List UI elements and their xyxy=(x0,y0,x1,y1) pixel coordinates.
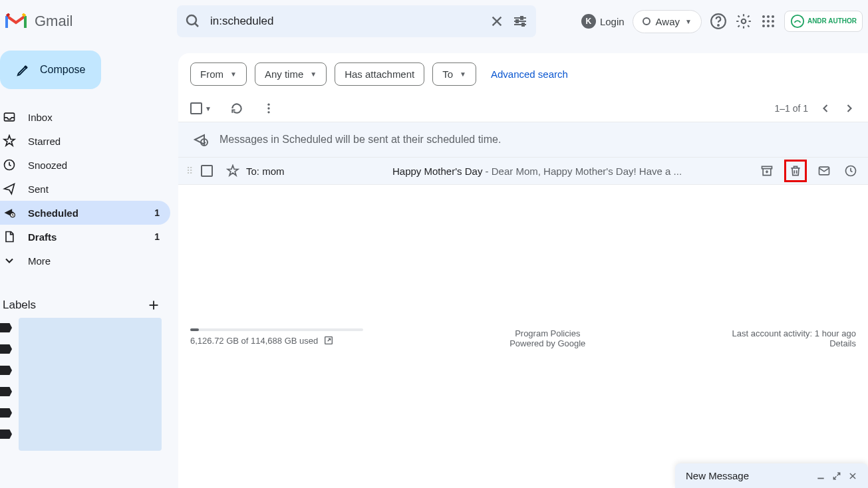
logo-area[interactable]: Gmail xyxy=(4,13,177,30)
select-all-checkbox[interactable] xyxy=(190,102,202,114)
filter-label: To xyxy=(442,68,453,80)
email-row[interactable]: ⠿ To: mom Happy Mother's Day - Dear Mom,… xyxy=(178,157,868,185)
label-tag-icon[interactable] xyxy=(0,366,12,375)
drag-handle-icon[interactable]: ⠿ xyxy=(186,166,192,176)
chevron-down-icon xyxy=(3,254,16,267)
apps-grid-icon[interactable] xyxy=(760,13,776,29)
compose-popup[interactable]: New Message xyxy=(675,463,868,488)
svg-point-21 xyxy=(772,25,774,27)
svg-point-12 xyxy=(742,19,746,24)
row-checkbox[interactable] xyxy=(201,165,213,177)
details-link[interactable]: Details xyxy=(732,338,856,348)
chevron-down-icon: ▼ xyxy=(230,70,237,78)
open-external-icon[interactable] xyxy=(323,335,334,346)
add-label-icon[interactable] xyxy=(146,298,161,312)
powered-by-text: Powered by Google xyxy=(509,338,585,348)
nav-snoozed[interactable]: Snoozed xyxy=(0,153,170,177)
status-dot-icon xyxy=(643,17,651,25)
nav-scheduled[interactable]: Scheduled 1 xyxy=(0,201,170,225)
search-icon[interactable] xyxy=(185,13,201,29)
scheduled-info-bar: Messages in Scheduled will be sent at th… xyxy=(178,122,868,157)
filter-to[interactable]: To▼ xyxy=(432,62,476,86)
star-icon[interactable] xyxy=(226,164,239,178)
search-options-icon[interactable] xyxy=(512,13,528,29)
storage-fill xyxy=(190,328,199,331)
compose-popup-title: New Message xyxy=(686,470,749,481)
account-badge[interactable]: ANDR AUTHOR xyxy=(784,11,863,32)
compose-label: Compose xyxy=(40,64,85,76)
nav-label: Snoozed xyxy=(28,160,67,171)
filter-attachment[interactable]: Has attachment xyxy=(335,62,424,86)
send-icon xyxy=(3,182,16,195)
program-policies-link[interactable]: Program Policies xyxy=(509,328,585,338)
more-menu-icon[interactable] xyxy=(262,102,275,115)
nav-drafts[interactable]: Drafts 1 xyxy=(0,225,170,249)
archive-icon[interactable] xyxy=(758,162,776,180)
labels-title: Labels xyxy=(3,299,36,312)
svg-rect-7 xyxy=(521,17,523,19)
row-actions xyxy=(750,160,860,182)
filter-label: Any time xyxy=(265,68,303,80)
settings-gear-icon[interactable] xyxy=(735,13,752,30)
app-name: Gmail xyxy=(35,13,72,30)
delete-icon[interactable] xyxy=(784,160,807,182)
footer: 6,126.72 GB of 114,688 GB used Program P… xyxy=(190,328,856,348)
label-tag-icon[interactable] xyxy=(0,344,12,354)
nav-starred[interactable]: Starred xyxy=(0,129,170,153)
next-page-icon[interactable] xyxy=(843,102,856,115)
login-badge[interactable]: K Login xyxy=(581,14,625,29)
clock-icon xyxy=(3,158,16,172)
svg-line-1 xyxy=(195,23,198,27)
svg-rect-8 xyxy=(516,20,518,23)
refresh-icon[interactable] xyxy=(230,102,243,115)
nav-inbox[interactable]: Inbox xyxy=(0,105,170,129)
pencil-icon xyxy=(16,62,31,77)
label-tag-icon[interactable] xyxy=(0,323,12,332)
support-icon[interactable] xyxy=(710,13,727,30)
svg-point-11 xyxy=(718,25,719,26)
nav-label: Drafts xyxy=(28,231,57,243)
email-snippet: - Dear Mom, Happy Mother's Day! Have a .… xyxy=(482,166,682,177)
label-tag-icon[interactable] xyxy=(0,408,12,418)
label-tag-icon[interactable] xyxy=(0,387,12,396)
svg-point-15 xyxy=(772,15,774,18)
prev-page-icon[interactable] xyxy=(819,102,832,115)
svg-point-28 xyxy=(267,104,269,106)
nav-label: More xyxy=(28,255,51,267)
svg-point-29 xyxy=(267,107,269,109)
email-recipient: To: mom xyxy=(246,166,392,177)
nav-count: 1 xyxy=(154,207,160,218)
scheduled-send-icon xyxy=(193,132,209,148)
clear-search-icon[interactable] xyxy=(490,14,504,29)
nav-sent[interactable]: Sent xyxy=(0,177,170,201)
svg-point-17 xyxy=(767,20,770,23)
close-icon[interactable] xyxy=(848,471,857,481)
filter-bar: From▼ Any time▼ Has attachment To▼ Advan… xyxy=(178,53,868,95)
svg-point-19 xyxy=(762,25,765,27)
toolbar: ▼ 1–1 of 1 xyxy=(178,95,868,122)
status-chip[interactable]: Away ▼ xyxy=(633,10,702,33)
chevron-down-icon: ▼ xyxy=(310,70,317,78)
nav-label: Starred xyxy=(28,136,61,147)
svg-point-30 xyxy=(267,111,269,113)
storage-bar xyxy=(190,328,363,331)
svg-rect-32 xyxy=(762,166,772,168)
svg-point-20 xyxy=(767,25,770,27)
compose-button[interactable]: Compose xyxy=(0,51,101,89)
label-tag-icon[interactable] xyxy=(0,429,12,439)
nav-more[interactable]: More xyxy=(0,249,170,273)
snooze-icon[interactable] xyxy=(841,162,860,180)
minimize-icon[interactable] xyxy=(816,471,825,481)
email-subject-area: Happy Mother's Day - Dear Mom, Happy Mot… xyxy=(392,166,682,177)
login-label: Login xyxy=(600,16,625,27)
search-input[interactable] xyxy=(210,15,482,28)
advanced-search-link[interactable]: Advanced search xyxy=(491,68,568,80)
expand-icon[interactable] xyxy=(832,471,841,481)
storage-text: 6,126.72 GB of 114,688 GB used xyxy=(190,336,318,346)
search-bar[interactable] xyxy=(177,5,536,37)
filter-from[interactable]: From▼ xyxy=(190,62,247,86)
chevron-down-icon[interactable]: ▼ xyxy=(205,105,212,112)
mark-read-icon[interactable] xyxy=(815,162,833,180)
filter-anytime[interactable]: Any time▼ xyxy=(255,62,327,86)
svg-point-13 xyxy=(762,15,765,18)
